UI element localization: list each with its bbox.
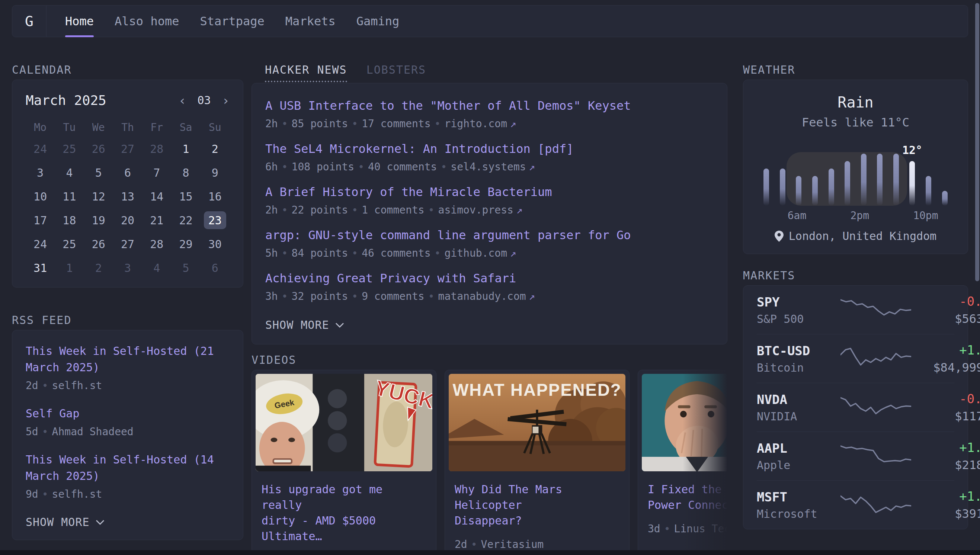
nav-tab-home[interactable]: Home <box>65 6 94 37</box>
calendar-day: 29 <box>175 235 197 253</box>
weather-location: London, United Kingdom <box>757 229 954 242</box>
news-item-title[interactable]: The SeL4 Microkernel: An Introduction [p… <box>265 141 714 156</box>
news-item-source[interactable]: github.com <box>444 247 507 259</box>
rss-item-title[interactable]: Self Gap <box>26 406 229 422</box>
nav-tab-also-home[interactable]: Also home <box>115 6 179 37</box>
chevron-right-icon[interactable]: › <box>222 94 229 107</box>
app-logo[interactable]: G <box>12 6 47 37</box>
news-item-comments[interactable]: 17 comments <box>362 117 430 130</box>
rss-widget: This Week in Self-Hosted (21 March 2025)… <box>12 330 243 540</box>
nav-tabs: Home Also home Startpage Markets Gaming <box>47 6 399 37</box>
calendar-day: 15 <box>175 188 197 205</box>
separator-dot: • <box>282 117 288 130</box>
market-row: NVDANVIDIA -0.70%$117.70 <box>757 383 954 431</box>
rss-show-more-button[interactable]: SHOW MORE <box>26 516 229 529</box>
news-item-points: 32 points <box>292 290 348 302</box>
news-item-comments[interactable]: 1 comments <box>362 204 425 216</box>
market-row: BTC-USDBitcoin +1.39%$84,999.29 <box>757 334 954 383</box>
external-link-icon[interactable]: ↗ <box>529 161 536 173</box>
news-item: A USB Interface to the "Mother of All De… <box>265 98 714 130</box>
video-thumbnail[interactable]: WHAT HAPPENED? <box>449 374 626 471</box>
news-item-points: 85 points <box>292 117 348 130</box>
calendar-day: 3 <box>117 259 139 277</box>
market-symbol[interactable]: SPY <box>757 295 840 310</box>
calendar-day: 19 <box>87 211 110 229</box>
calendar-day: 14 <box>146 188 168 205</box>
news-item: A Brief History of the Miracle Bacterium… <box>265 184 714 217</box>
nav-tab-markets[interactable]: Markets <box>285 6 335 37</box>
video-meta: 3d•Linus Tec <box>648 523 727 535</box>
news-item-comments[interactable]: 9 comments <box>362 290 425 302</box>
news-item-age: 2h <box>265 204 278 216</box>
video-age: 3d <box>648 523 661 535</box>
market-symbol[interactable]: MSFT <box>757 489 840 504</box>
external-link-icon[interactable]: ↗ <box>516 204 523 216</box>
calendar-day: 6 <box>204 259 226 277</box>
calendar-day: 2 <box>87 259 110 277</box>
rss-item-title[interactable]: This Week in Self-Hosted (14 March 2025) <box>26 452 229 484</box>
weekday-label: Sa <box>180 121 192 134</box>
news-item-title[interactable]: A USB Interface to the "Mother of All De… <box>265 98 714 113</box>
calendar-day-today: 23 <box>204 211 226 229</box>
video-title[interactable]: I Fixed the 5Power Connect <box>648 482 727 513</box>
nav-tab-gaming[interactable]: Gaming <box>356 6 399 37</box>
news-item-source[interactable]: matanabudy.com <box>438 290 526 302</box>
weather-time-label: 6am <box>788 209 807 222</box>
nav-tab-startpage[interactable]: Startpage <box>200 6 264 37</box>
tab-lobsters[interactable]: LOBSTERS <box>366 63 427 81</box>
calendar-header: March 2025 ‹ 03 › <box>26 93 229 108</box>
news-show-more-button[interactable]: SHOW MORE <box>265 318 714 332</box>
external-link-icon[interactable]: ↗ <box>510 117 516 130</box>
video-channel[interactable]: Linus Tec <box>674 523 727 535</box>
weekday-label: Mo <box>34 121 47 134</box>
news-item-comments[interactable]: 40 comments <box>368 161 437 173</box>
tab-hacker-news[interactable]: HACKER NEWS <box>265 63 347 82</box>
calendar-day: 6 <box>117 164 139 181</box>
market-symbol[interactable]: NVDA <box>757 392 840 407</box>
news-item-title[interactable]: A Brief History of the Miracle Bacterium <box>265 184 714 199</box>
weather-bar-column <box>807 143 823 206</box>
video-thumbnail[interactable]: DO TH T <box>642 374 727 471</box>
separator-dot: • <box>282 204 288 216</box>
video-channel[interactable]: Veritasium <box>481 538 544 550</box>
rss-item-age: 5d <box>26 425 38 438</box>
external-link-icon[interactable]: ↗ <box>529 290 536 302</box>
video-title-line: Disappear? <box>455 514 522 527</box>
page-scrollbar[interactable] <box>975 3 979 281</box>
rss-item-title[interactable]: This Week in Self-Hosted (21 March 2025) <box>26 343 229 376</box>
market-symbol[interactable]: AAPL <box>757 441 840 456</box>
svg-text:WHAT HAPPENED?: WHAT HAPPENED? <box>452 380 621 399</box>
market-name: Apple <box>757 459 840 472</box>
chevron-left-icon[interactable]: ‹ <box>179 94 186 107</box>
news-item-source[interactable]: sel4.systems <box>451 161 526 173</box>
news-item-source[interactable]: asimov.press <box>438 204 513 216</box>
external-link-icon[interactable]: ↗ <box>510 247 516 259</box>
calendar-day: 3 <box>29 164 51 181</box>
weather-bar-column <box>775 143 791 206</box>
weekday-label: Th <box>121 121 134 134</box>
video-title[interactable]: Why Did The Mars HelicopterDisappear? <box>455 482 619 529</box>
calendar-month-number: 03 <box>197 94 210 107</box>
weather-temp-bar <box>763 168 769 206</box>
calendar-widget: March 2025 ‹ 03 › Mo Tu We Th Fr Sa Su 2… <box>12 80 243 287</box>
market-symbol[interactable]: BTC-USD <box>757 343 840 358</box>
news-item-source[interactable]: righto.com <box>444 117 507 130</box>
weather-feels-like: Feels like 11°C <box>757 115 954 130</box>
video-title[interactable]: His upgrade got me reallydirty - AMD $50… <box>261 482 427 544</box>
page-content: CALENDAR March 2025 ‹ 03 › Mo Tu We Th F… <box>0 37 980 555</box>
calendar-day: 12 <box>87 188 110 205</box>
news-item-title[interactable]: Achieving Great Privacy with Safari <box>265 271 714 286</box>
hacker-news-widget: A USB Interface to the "Mother of All De… <box>252 83 727 345</box>
calendar-day: 26 <box>87 140 110 158</box>
weather-widget: Rain Feels like 11°C 12° 6am2pm10pm Lond… <box>743 80 968 254</box>
calendar-day: 27 <box>117 140 139 158</box>
weather-temp-bar <box>812 176 818 206</box>
video-thumbnail[interactable]: Geek YUCK <box>256 374 432 471</box>
market-sparkline <box>840 343 911 374</box>
market-price: $391.26 <box>911 507 980 521</box>
news-item-comments[interactable]: 46 comments <box>362 247 430 259</box>
news-item-title[interactable]: argp: GNU-style command line argument pa… <box>265 228 714 242</box>
rss-item-meta: 2d•selfh.st <box>26 379 229 392</box>
show-more-label: SHOW MORE <box>265 318 329 332</box>
weather-temp-bar <box>829 168 834 206</box>
